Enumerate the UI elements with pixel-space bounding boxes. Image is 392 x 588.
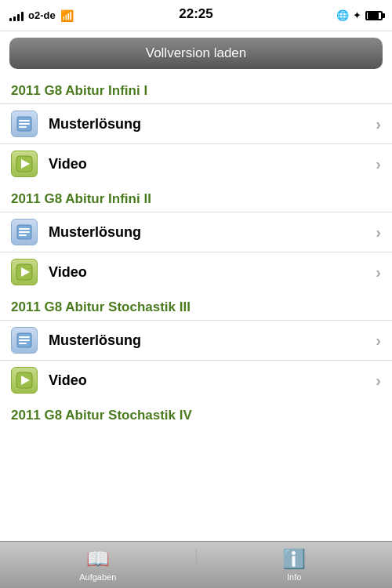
list-item[interactable]: Musterlösung › <box>0 320 392 361</box>
time-label: 22:25 <box>179 6 212 22</box>
video-icon-2 <box>11 259 38 285</box>
status-bar: o2-de 📶 22:25 🌐 ✦ <box>0 0 392 31</box>
wifi-icon: 📶 <box>60 9 74 22</box>
bluetooth-icon: ✦ <box>353 9 361 21</box>
section-header-3: 2011 G8 Abitur Stochastik III <box>0 292 392 320</box>
item-label-video-2: Video <box>49 264 376 281</box>
tab-info-label: Info <box>287 572 301 582</box>
play-icon <box>16 155 33 172</box>
chevron-icon: › <box>376 115 381 133</box>
section-header-4-partial: 2011 G8 Abitur Stochastik IV <box>0 400 392 428</box>
chevron-icon: › <box>376 332 381 350</box>
chevron-icon: › <box>376 372 381 390</box>
tab-aufgaben-label: Aufgaben <box>79 572 116 582</box>
list-item[interactable]: Musterlösung › <box>0 212 392 252</box>
svg-rect-1 <box>19 120 30 122</box>
globe-icon: 🌐 <box>336 9 349 21</box>
video-icon-1 <box>11 151 38 177</box>
play-icon <box>16 263 33 281</box>
chevron-icon: › <box>376 155 381 173</box>
aufgaben-icon: 📖 <box>86 548 110 570</box>
svg-rect-13 <box>19 336 30 338</box>
tab-aufgaben[interactable]: 📖 Aufgaben <box>0 542 196 588</box>
tab-bar: 📖 Aufgaben ℹ️ Info <box>0 541 392 588</box>
chevron-icon: › <box>376 223 381 241</box>
item-label-muster-1: Musterlösung <box>49 116 376 132</box>
svg-rect-3 <box>19 126 27 128</box>
section-header-1: 2011 G8 Abitur Infini I <box>0 75 392 103</box>
item-label-muster-3: Musterlösung <box>49 332 376 349</box>
svg-rect-15 <box>19 343 27 344</box>
status-right: 🌐 ✦ <box>336 9 383 21</box>
play-icon <box>16 372 33 389</box>
svg-rect-7 <box>19 228 30 230</box>
muster-icon-3 <box>11 327 38 354</box>
list-item[interactable]: Musterlösung › <box>0 103 392 144</box>
svg-rect-9 <box>19 234 27 236</box>
svg-rect-14 <box>19 339 30 341</box>
svg-rect-2 <box>19 123 30 125</box>
muster-icon-1 <box>11 111 38 137</box>
section-header-2: 2011 G8 Abitur Infini II <box>0 183 392 212</box>
svg-rect-8 <box>19 231 30 233</box>
list-item[interactable]: Video › <box>0 143 392 184</box>
list-item[interactable]: Video › <box>0 252 392 292</box>
document-lines-icon <box>16 115 33 132</box>
list-item[interactable]: Video › <box>0 360 392 401</box>
video-icon-3 <box>11 367 38 394</box>
info-icon: ℹ️ <box>282 548 306 570</box>
content-list: 2011 G8 Abitur Infini I Musterlösung › V… <box>0 75 392 554</box>
vollversion-button[interactable]: Vollversion laden <box>9 38 383 69</box>
muster-icon-2 <box>11 219 38 245</box>
document-lines-icon <box>16 332 33 349</box>
tab-info[interactable]: ℹ️ Info <box>197 542 393 588</box>
battery-icon <box>365 11 383 20</box>
document-lines-icon <box>16 223 33 241</box>
chevron-icon: › <box>376 263 381 281</box>
item-label-muster-2: Musterlösung <box>49 224 376 241</box>
item-label-video-1: Video <box>49 156 376 172</box>
signal-icon <box>9 10 24 21</box>
status-left: o2-de 📶 <box>9 9 74 22</box>
carrier-label: o2-de <box>28 9 56 21</box>
item-label-video-3: Video <box>49 372 376 389</box>
